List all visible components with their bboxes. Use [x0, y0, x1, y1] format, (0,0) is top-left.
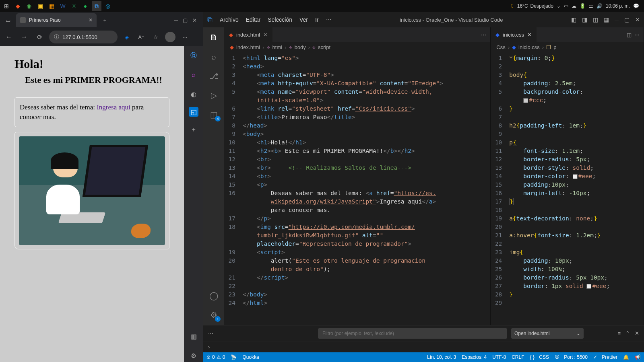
vscode-window: ⧉ Archivo Editar Selección Ver Ir ⋯ inic…	[203, 12, 644, 362]
account-icon[interactable]: ◯	[208, 290, 220, 302]
menu-more-icon[interactable]: ⋯	[326, 16, 332, 23]
chrome-icon[interactable]: ◉	[24, 1, 34, 11]
filter-input[interactable]	[318, 328, 507, 339]
minimap[interactable]	[627, 52, 644, 325]
layout-icon-2[interactable]: ◨	[582, 16, 587, 23]
para-link[interactable]: Ingresa aqui	[97, 103, 130, 111]
gear-icon[interactable]: ⚙1	[208, 309, 220, 321]
breadcrumb-html[interactable]: ◆ index.html› ⟐html› ⟐body› ⟐script	[224, 42, 490, 52]
discover-icon[interactable]: ◐	[187, 88, 200, 101]
windows-taskbar[interactable]: ⊞ ◆ ◉ ▣ ▦ W X ● ⧉ ◎ ☾ 16°C Despejado ⌄ ▭…	[0, 0, 644, 12]
search-icon[interactable]: ⌕	[208, 51, 220, 63]
minimize-icon[interactable]: ─	[174, 17, 178, 23]
errors-status[interactable]: ⊘0 ⚠0	[206, 354, 225, 360]
tray-icon-2[interactable]: ☁	[572, 3, 576, 9]
close-icon[interactable]: ✕	[635, 16, 640, 23]
profile-icon[interactable]	[165, 32, 175, 42]
minimize-icon[interactable]: ─	[615, 16, 619, 23]
close-icon[interactable]: ✕	[527, 32, 532, 38]
forward-button[interactable]: →	[19, 33, 30, 41]
wifi-icon[interactable]: ⚍	[589, 3, 593, 9]
quokka-status[interactable]: Quokka	[242, 354, 259, 360]
debug-icon[interactable]: ▷	[208, 89, 220, 101]
explorer-icon[interactable]: ▣	[35, 1, 45, 11]
brave-icon[interactable]: ◆	[13, 1, 23, 11]
list-icon[interactable]: ≡	[617, 330, 621, 336]
new-tab-button[interactable]: ＋	[99, 14, 110, 26]
back-button[interactable]: ←	[3, 33, 14, 41]
shopping-icon[interactable]: ◈	[122, 34, 132, 40]
split-icon[interactable]: ◫	[627, 32, 632, 38]
extensions-icon[interactable]: ◫4	[208, 109, 220, 121]
code-editor-html[interactable]: 1<html lang="es"> 2<head> 3 <meta charse…	[224, 52, 490, 325]
menu-ver[interactable]: Ver	[299, 16, 308, 23]
maximize-icon[interactable]: ▢	[183, 17, 188, 23]
encoding-status[interactable]: UTF-8	[492, 354, 506, 360]
editor-more-icon[interactable]: ⋯	[634, 32, 640, 38]
excel-icon[interactable]: X	[69, 1, 79, 11]
prettier-status[interactable]: ✓ Prettier	[593, 354, 617, 360]
chevron-up-icon[interactable]: ⌃	[625, 330, 630, 336]
refresh-button[interactable]: ⟳	[34, 33, 45, 41]
bell-icon[interactable]: 🔔	[623, 354, 629, 360]
feedback-icon[interactable]: 📢	[635, 354, 641, 360]
volume-icon[interactable]: 🔊	[597, 3, 603, 9]
close-icon[interactable]: ✕	[89, 17, 93, 23]
layout-icon-4[interactable]: ▦	[604, 16, 609, 23]
explorer-icon[interactable]: 🗎	[208, 31, 220, 43]
add-tool-icon[interactable]: ＋	[187, 123, 200, 136]
panel-more-icon[interactable]: ⋯	[208, 330, 213, 336]
menu-archivo[interactable]: Archivo	[220, 16, 239, 23]
more-icon[interactable]: ⋯	[180, 34, 190, 40]
close-panel-icon[interactable]: ✕	[635, 330, 639, 336]
browser-tabstrip: ▭ Primeros Paso ✕ ＋ ─ ▢ ✕	[0, 12, 203, 28]
chevron-down-icon[interactable]: ⌄	[557, 3, 561, 9]
vscode-taskbar-icon[interactable]: ⧉	[92, 1, 101, 11]
cursor-status[interactable]: Lín. 10, col. 3	[427, 354, 456, 360]
close-icon[interactable]: ✕	[263, 32, 268, 38]
tray-icon[interactable]: ▭	[564, 3, 568, 9]
edge-taskbar-icon[interactable]: ◎	[103, 1, 113, 11]
badge: 4	[215, 116, 221, 121]
maximize-icon[interactable]: ▢	[624, 16, 630, 23]
url-input[interactable]: ⓘ 127.0.0.1:5500	[49, 31, 118, 43]
source-control-icon[interactable]: ⎇	[208, 70, 220, 82]
code-editor-css[interactable]: 1*{margin: 0;} 2 3body{ 4 padding: 2.5em…	[491, 52, 644, 325]
settings-icon[interactable]: ⚙	[187, 349, 200, 362]
sublime-icon[interactable]: ▦	[47, 1, 56, 11]
start-icon[interactable]: ⊞	[2, 1, 11, 11]
menu-seleccion[interactable]: Selección	[268, 16, 292, 23]
search-icon[interactable]: ⌕	[187, 68, 200, 81]
notifications-icon[interactable]: 💬	[633, 3, 639, 9]
spaces-status[interactable]: Espacios: 4	[462, 354, 487, 360]
outlook-icon[interactable]: ◱	[189, 107, 198, 117]
paragraph-box: Deseas saber mas del tema: Ingresa aqui …	[14, 97, 169, 127]
minimap[interactable]	[466, 52, 490, 325]
layout-icon[interactable]: ◧	[571, 16, 576, 23]
toolbox-icon[interactable]: ▥	[187, 330, 200, 343]
terminal-strip[interactable]: ›	[203, 341, 644, 352]
layout-icon-3[interactable]: ◫	[593, 16, 598, 23]
eol-status[interactable]: CRLF	[512, 354, 524, 360]
radio-status[interactable]: 📡	[231, 354, 237, 360]
close-window-icon[interactable]: ✕	[192, 17, 197, 23]
weather-widget[interactable]: ☾ 16°C Despejado	[510, 3, 553, 9]
menu-editar[interactable]: Editar	[246, 16, 261, 23]
port-status[interactable]: ⦿ Port : 5500	[555, 354, 588, 360]
favorite-icon[interactable]: ☆	[151, 34, 161, 40]
file-tab-index[interactable]: ◆ index.html ✕	[224, 27, 272, 42]
file-tab-css[interactable]: ◆ inicio.css ✕	[491, 27, 537, 42]
browser-tab[interactable]: Primeros Paso ✕	[16, 13, 97, 27]
breadcrumb-css[interactable]: Css› ◆ inicio.css› ❐p	[491, 42, 644, 52]
tab-actions-icon[interactable]: ▭	[2, 14, 14, 26]
lang-status[interactable]: { } CSS	[530, 354, 549, 360]
clock[interactable]: 10:06 p. m.	[606, 3, 630, 9]
read-aloud-icon[interactable]: A⁺	[136, 34, 147, 40]
editor-more-icon[interactable]: ⋯	[481, 32, 490, 38]
word-icon[interactable]: W	[58, 1, 68, 11]
tray-icon-3[interactable]: 🔋	[580, 3, 586, 9]
bing-icon[interactable]: ⓑ	[187, 49, 200, 62]
open-html-select[interactable]: Open index.html ⌄	[511, 328, 584, 339]
menu-ir[interactable]: Ir	[315, 16, 319, 23]
spotify-icon[interactable]: ●	[80, 1, 90, 11]
